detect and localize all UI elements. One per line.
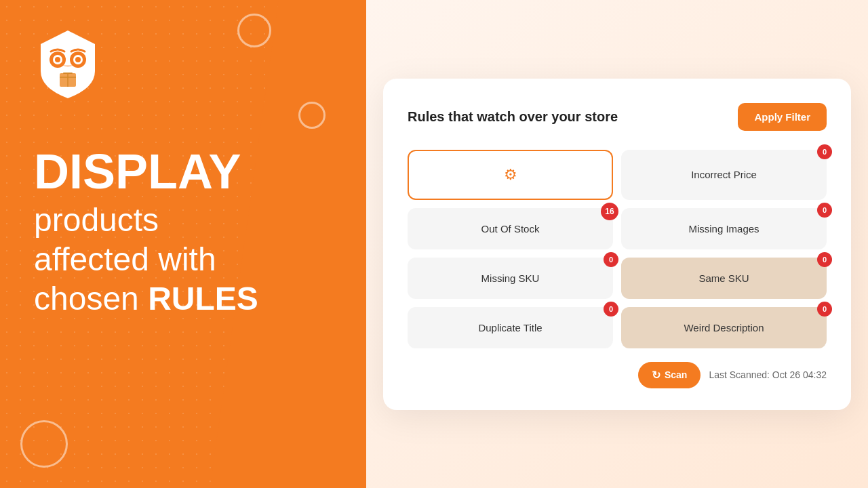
svg-point-5 xyxy=(75,57,81,62)
rule-settings-button[interactable]: ⚙ xyxy=(408,150,613,200)
badge-missing-images: 0 xyxy=(817,203,832,218)
card-header: Rules that watch over your store Apply F… xyxy=(408,103,827,131)
rule-missing-sku-button[interactable]: Missing SKU 0 xyxy=(408,258,613,299)
hero-line4: chosen RULES xyxy=(34,279,332,319)
rule-duplicate-title-button[interactable]: Duplicate Title 0 xyxy=(408,307,613,348)
scan-button[interactable]: ↻ Scan xyxy=(638,362,701,388)
logo-container xyxy=(34,27,332,102)
rule-missing-images-button[interactable]: Missing Images 0 xyxy=(621,208,827,249)
rule-out-of-stock-button[interactable]: Out Of Stock 16 xyxy=(408,208,613,249)
last-scanned-text: Last Scanned: Oct 26 04:32 xyxy=(709,369,827,380)
card-footer: ↻ Scan Last Scanned: Oct 26 04:32 xyxy=(408,362,827,388)
rules-card: Rules that watch over your store Apply F… xyxy=(383,79,851,410)
apply-filter-button[interactable]: Apply Filter xyxy=(738,103,827,131)
card-title: Rules that watch over your store xyxy=(408,109,618,125)
badge-out-of-stock: 16 xyxy=(601,203,618,220)
rule-incorrect-price-button[interactable]: Incorrect Price 0 xyxy=(621,150,827,200)
rule-same-sku-button[interactable]: Same SKU 0 xyxy=(621,258,827,299)
badge-missing-sku: 0 xyxy=(604,252,618,267)
badge-weird-description: 0 xyxy=(817,302,832,317)
badge-incorrect-price: 0 xyxy=(817,144,832,159)
scan-icon: ↻ xyxy=(652,369,660,382)
logo-owl-icon xyxy=(34,27,102,102)
svg-point-4 xyxy=(55,57,60,62)
right-panel: Rules that watch over your store Apply F… xyxy=(366,0,868,488)
hero-line2: products xyxy=(34,201,332,240)
badge-same-sku: 0 xyxy=(817,252,832,267)
hero-line1: DISPLAY xyxy=(34,142,332,201)
rule-weird-description-button[interactable]: Weird Description 0 xyxy=(621,307,827,348)
badge-duplicate-title: 0 xyxy=(604,302,618,317)
rules-grid: ⚙ Incorrect Price 0 Out Of Stock 16 Miss… xyxy=(408,150,827,348)
hero-text: DISPLAY products affected with chosen RU… xyxy=(34,142,332,318)
left-panel: DISPLAY products affected with chosen RU… xyxy=(0,0,366,488)
gear-icon: ⚙ xyxy=(504,166,517,183)
hero-line3: affected with xyxy=(34,240,332,279)
